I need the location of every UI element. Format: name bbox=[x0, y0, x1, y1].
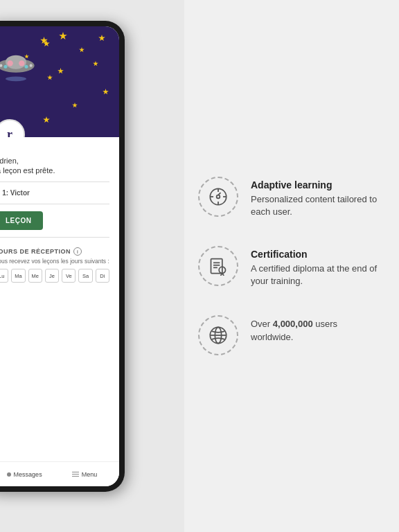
days-row: Lu Ma Me Je Ve Sa Di bbox=[0, 269, 109, 283]
device-screen: r Adrien, ta leçon est prête. 1: 1: Vict… bbox=[0, 26, 119, 486]
day-lu[interactable]: Lu bbox=[0, 269, 8, 283]
svg-line-6 bbox=[218, 193, 221, 195]
screen-header: r bbox=[0, 26, 119, 137]
certification-desc: A certified diploma at the end of your t… bbox=[251, 263, 378, 287]
worldwide-text: Over 4,000,000 users worldwide. bbox=[251, 315, 378, 343]
feature-worldwide: Over 4,000,000 users worldwide. bbox=[198, 315, 378, 355]
nav-messages[interactable]: Messages bbox=[7, 471, 42, 478]
lesson-prefix-label: 1: 1: Victor bbox=[0, 189, 109, 197]
svg-point-25 bbox=[30, 64, 33, 67]
screen-content: Adrien, ta leçon est prête. 1: 1: Victor… bbox=[0, 137, 119, 461]
feature-certification: Certification A certified diploma at the… bbox=[198, 246, 378, 287]
day-sa[interactable]: Sa bbox=[78, 269, 92, 283]
adaptive-learning-text: Adaptive learning Personalized content t… bbox=[251, 177, 378, 218]
info-icon[interactable]: i bbox=[73, 247, 82, 256]
menu-line-1 bbox=[72, 472, 79, 473]
svg-point-17 bbox=[6, 77, 26, 82]
nav-menu[interactable]: Menu bbox=[72, 471, 98, 478]
lesson-name: 1: Victor bbox=[2, 189, 30, 197]
reception-title: JOURS DE RÉCEPTION i bbox=[0, 247, 109, 256]
features-panel: Adaptive learning Personalized content t… bbox=[184, 0, 399, 532]
divider-3 bbox=[0, 237, 109, 238]
star-10 bbox=[103, 89, 109, 95]
day-ve[interactable]: Ve bbox=[62, 269, 76, 283]
globe-icon bbox=[209, 326, 228, 345]
feature-adaptive-learning: Adaptive learning Personalized content t… bbox=[198, 177, 378, 218]
svg-point-5 bbox=[217, 195, 220, 198]
certification-icon-wrap bbox=[198, 246, 238, 286]
star-6 bbox=[57, 68, 64, 74]
start-lesson-button[interactable]: LEÇON bbox=[0, 211, 43, 230]
divider-2 bbox=[0, 204, 109, 204]
nav-menu-label: Menu bbox=[82, 471, 98, 478]
ufo-illustration bbox=[0, 47, 40, 82]
bottom-nav: Messages Menu bbox=[0, 461, 119, 486]
day-di[interactable]: Di bbox=[96, 269, 109, 283]
star-12 bbox=[43, 116, 50, 123]
worldwide-icon-wrap bbox=[198, 315, 238, 355]
svg-point-23 bbox=[25, 65, 28, 69]
menu-line-2 bbox=[72, 474, 79, 475]
svg-point-20 bbox=[8, 60, 13, 66]
messages-icon bbox=[7, 472, 11, 477]
svg-point-21 bbox=[19, 60, 24, 66]
adaptive-learning-icon-wrap bbox=[198, 177, 238, 217]
day-je[interactable]: Je bbox=[45, 269, 59, 283]
greeting-line2: ta leçon est prête. bbox=[0, 166, 109, 175]
device-frame: r Adrien, ta leçon est prête. 1: 1: Vict… bbox=[0, 21, 125, 492]
device-mockup: r Adrien, ta leçon est prête. 1: 1: Vict… bbox=[0, 21, 139, 506]
adaptive-learning-title: Adaptive learning bbox=[251, 179, 378, 190]
worldwide-desc: Over 4,000,000 users worldwide. bbox=[251, 318, 378, 343]
star-9 bbox=[47, 75, 53, 80]
menu-line-3 bbox=[72, 476, 79, 477]
menu-icon bbox=[72, 472, 79, 477]
star-3 bbox=[59, 32, 67, 40]
greeting-line1: Adrien, bbox=[0, 157, 109, 165]
reception-subtitle: Vous recevez vos leçons les jours suivan… bbox=[0, 258, 109, 265]
compass-icon bbox=[209, 187, 228, 206]
adaptive-learning-desc: Personalized content tailored to each us… bbox=[251, 193, 378, 218]
day-ma[interactable]: Ma bbox=[11, 269, 25, 283]
star-11 bbox=[72, 103, 78, 108]
star-4 bbox=[93, 61, 98, 66]
nav-messages-label: Messages bbox=[14, 471, 42, 478]
divider-1 bbox=[0, 181, 109, 182]
certification-title: Certification bbox=[251, 249, 378, 260]
svg-line-10 bbox=[222, 274, 224, 276]
svg-point-22 bbox=[4, 65, 8, 69]
svg-rect-7 bbox=[211, 259, 222, 274]
star-1 bbox=[98, 35, 105, 42]
stars-background bbox=[0, 26, 119, 137]
certificate-icon bbox=[209, 256, 228, 276]
worldwide-count: 4,000,000 bbox=[273, 319, 313, 329]
day-me[interactable]: Me bbox=[28, 269, 42, 283]
certification-text: Certification A certified diploma at the… bbox=[251, 246, 378, 287]
star-2 bbox=[79, 47, 85, 53]
reception-section: JOURS DE RÉCEPTION i Vous recevez vos le… bbox=[0, 247, 109, 283]
